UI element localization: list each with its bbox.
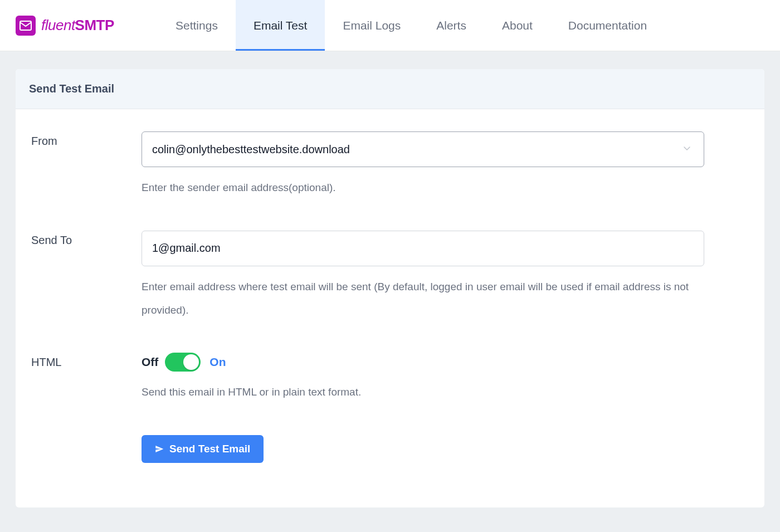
chevron-down-icon	[682, 144, 691, 155]
html-helper: Send this email in HTML or in plain text…	[142, 380, 699, 404]
send-to-label: Send To	[31, 234, 142, 247]
form-row-from: From colin@onlythebesttestwebsite.downlo…	[31, 131, 749, 199]
brand-logo-text: fluentSMTP	[41, 17, 114, 34]
send-test-email-button-label: Send Test Email	[169, 443, 250, 455]
tab-email-logs[interactable]: Email Logs	[325, 0, 418, 51]
tab-about[interactable]: About	[484, 0, 550, 51]
form-row-send-to: Send To Enter email address where test e…	[31, 231, 749, 322]
tab-documentation[interactable]: Documentation	[550, 0, 665, 51]
panel-title: Send Test Email	[29, 82, 751, 95]
panel-body: From colin@onlythebesttestwebsite.downlo…	[16, 109, 764, 507]
from-helper: Enter the sender email address(optional)…	[142, 176, 699, 199]
panel-header: Send Test Email	[16, 69, 764, 109]
topbar: fluentSMTP Settings Email Test Email Log…	[0, 0, 780, 51]
nav-tabs: Settings Email Test Email Logs Alerts Ab…	[158, 0, 665, 51]
html-toggle-knob	[183, 354, 199, 370]
send-to-helper: Enter email address where test email wil…	[142, 275, 699, 322]
tab-email-test[interactable]: Email Test	[236, 0, 325, 51]
envelope-icon	[20, 21, 32, 31]
tab-settings[interactable]: Settings	[158, 0, 236, 51]
paper-plane-icon	[155, 445, 164, 453]
page: Send Test Email From colin@onlythebestte…	[0, 51, 780, 525]
tab-alerts[interactable]: Alerts	[418, 0, 484, 51]
html-toggle-off-label: Off	[142, 355, 158, 369]
html-toggle-on-label: On	[209, 355, 226, 369]
from-label: From	[31, 135, 142, 148]
html-label: HTML	[31, 356, 142, 369]
brand-logo-mark	[16, 16, 36, 36]
html-toggle-row: Off On	[142, 353, 704, 372]
form-row-html: HTML Off On Send this email in HTML or i…	[31, 353, 749, 404]
submit-row: Send Test Email	[142, 435, 749, 463]
send-test-email-panel: Send Test Email From colin@onlythebestte…	[16, 69, 764, 507]
brand-logo: fluentSMTP	[16, 16, 158, 36]
html-toggle[interactable]	[165, 353, 201, 372]
send-test-email-button[interactable]: Send Test Email	[142, 435, 264, 463]
send-to-input[interactable]	[142, 231, 704, 266]
from-select-value: colin@onlythebesttestwebsite.download	[152, 143, 350, 156]
from-select[interactable]: colin@onlythebesttestwebsite.download	[142, 131, 704, 167]
